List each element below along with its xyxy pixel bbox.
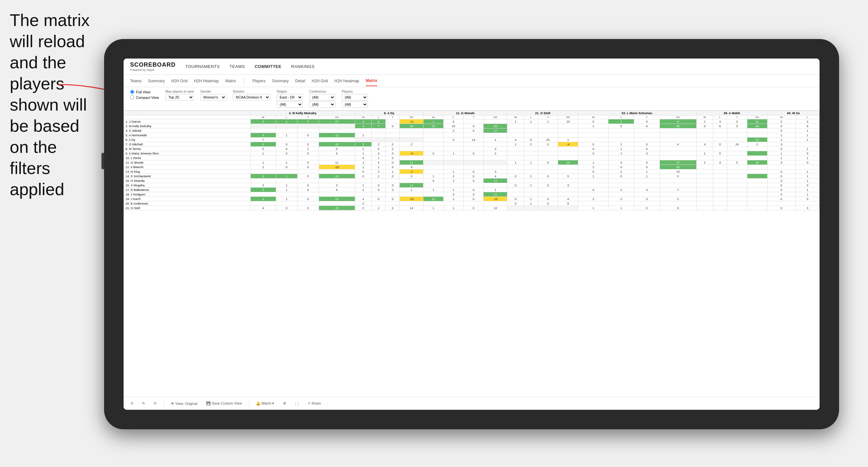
conference-select-1[interactable]: (All) [309,94,335,100]
sub-nav-matrix2[interactable]: Matrix [366,76,377,86]
nav-item-tournaments[interactable]: TOURNAMENTS [185,62,220,70]
player-name: 18. J Hodgson [124,192,251,197]
players-select-2[interactable]: (All) [342,101,368,107]
cell [424,201,443,206]
cell: 3 [767,142,796,147]
full-view-option[interactable]: Full View [130,90,159,94]
cell [727,133,747,137]
division-label: Division [233,90,270,93]
cell [463,165,484,169]
cell: 1 [484,137,507,142]
cell [372,192,386,197]
cell: 11 [319,160,355,165]
region-select-2[interactable]: (All) [277,101,303,107]
cell: 0 [276,165,297,169]
nav-item-committee[interactable]: COMMITTEE [255,62,282,70]
cell: 0 [386,197,400,201]
save-custom-view-button[interactable]: 💾 Save Custom View [204,400,244,406]
max-players-select[interactable]: Top 25 Top 50 All [165,94,194,100]
refresh-button[interactable]: ↻ [152,400,159,406]
cell [507,165,524,169]
cell [796,165,819,169]
cell [424,169,443,174]
cell: 1 [609,147,634,151]
cell: 0 [609,124,634,128]
cell: -31 [319,206,355,210]
cell: 2 [578,197,609,201]
cell [507,192,524,197]
players-select-1[interactable]: (All) [342,94,368,100]
cell [696,165,713,169]
cell: 0 [578,188,609,192]
view-original-button[interactable]: 👁 View: Original [169,401,199,406]
conference-filter: Conference (All) (All) [309,90,335,107]
cell [713,174,727,179]
cell: 1 [634,169,660,174]
cell [609,128,634,133]
sub-nav-detail[interactable]: Detail [295,76,305,86]
cell [386,192,400,197]
cell: 0 [276,147,297,151]
sub-nav-h2h-heatmap[interactable]: H2H Heatmap [194,76,219,86]
cell: 2 [355,142,371,147]
main-content[interactable]: 2. M Kelly Mulcahy 6. A Dy 11. G Woods 2… [124,111,819,397]
gender-select[interactable]: Women's Men's [200,94,226,100]
cell [767,201,796,206]
cell [297,128,319,133]
sub-nav-h2h-grid2[interactable]: H2H Grid [312,76,328,86]
sub-nav-summary[interactable]: Summary [148,76,164,86]
compact-view-option[interactable]: Compact View [130,95,159,99]
sub-nav-h2h-grid[interactable]: H2H Grid [172,76,188,86]
cell: 0 [538,160,558,165]
sub-nav-summary2[interactable]: Summary [272,76,288,86]
cell [634,156,660,160]
cell [297,137,319,142]
nav-item-teams[interactable]: TEAMS [229,62,245,70]
cell [484,160,507,165]
cell: 0 [578,151,609,156]
expand-button[interactable]: ⛶ [293,401,301,406]
sub-nav-teams[interactable]: Teams [130,76,142,86]
cell: 1 [609,206,634,210]
compact-view-label: Compact View [136,96,159,99]
cell [538,124,558,128]
division-select[interactable]: NCAA Division II NCAA Division I NCAA Di… [233,94,270,100]
cell [696,147,713,151]
cell: 0 [355,156,371,160]
sub-nav-h2h-heatmap2[interactable]: H2H Heatmap [334,76,359,86]
sub-nav-players[interactable]: Players [252,76,266,86]
undo-button[interactable]: ↺ [128,400,135,406]
annotation-text: The matrix will reload and the players s… [10,10,101,200]
player-name: 19. J Karrh [124,197,251,201]
nav-item-rankings[interactable]: RANKINGS [291,62,314,70]
options-button[interactable]: ⚙ [281,400,288,406]
player-name: 1. J Garcia [124,119,251,124]
compact-view-radio[interactable] [130,95,134,99]
toolbar-separator-2 [249,400,249,407]
cell [696,128,713,133]
toolbar-separator [163,400,164,407]
cell: 27 [319,119,355,124]
cell [297,169,319,174]
region-select-1[interactable]: East - DII (All) [277,94,303,100]
cell: 4 [250,206,276,210]
cell: 0 [386,183,400,188]
cell: 3 [386,188,400,192]
conference-select-2[interactable]: (All) [309,101,335,107]
cell [463,133,484,137]
redo-button[interactable]: ↻ [140,400,147,406]
cell: 1 [578,206,609,210]
cell: 0 [372,197,386,201]
cell [297,201,319,206]
cell [484,183,507,188]
cell: 1 [524,183,538,188]
cell [372,133,386,137]
sub-nav-matrix[interactable]: Matrix [225,76,236,86]
table-row: 12. A Bianchi 2 0 0 -16 1 1 0 4 [124,165,819,169]
share-button[interactable]: ↗ Share [305,400,322,406]
watch-button[interactable]: 🔔 Watch ▾ [254,400,276,406]
cell: 0 [297,188,319,192]
player-name: 6. A Dy [124,137,251,142]
full-view-radio[interactable] [130,90,134,94]
cell: 16 [319,174,355,179]
